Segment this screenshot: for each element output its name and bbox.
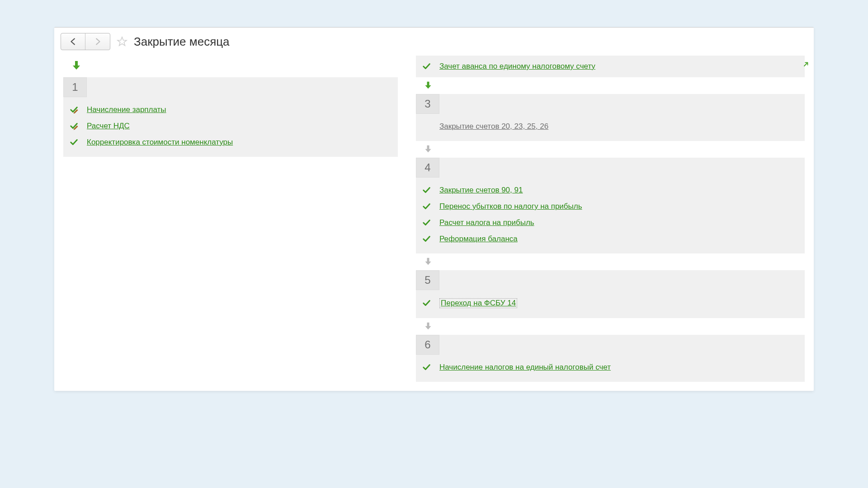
operation-row: Закрытие счетов 20, 23, 25, 26 bbox=[416, 118, 805, 135]
operation-row: Реформация баланса bbox=[416, 231, 805, 247]
stage-number: 1 bbox=[63, 77, 87, 97]
stage-number: 3 bbox=[416, 94, 439, 114]
operation-link-tax-accrual[interactable]: Начисление налогов на единый налоговый с… bbox=[439, 363, 611, 372]
operation-link-payroll[interactable]: Начисление зарплаты bbox=[87, 105, 166, 114]
stage-block-4: 4 Закрытие счетов 90, 91 Перенос убытков… bbox=[416, 158, 805, 253]
page-title: Закрытие месяца bbox=[134, 35, 230, 49]
flow-arrow-down-icon bbox=[416, 253, 805, 270]
operation-link-advance-offset[interactable]: Зачет аванса по единому налоговому счету bbox=[439, 62, 595, 71]
operation-row: Перенос убытков по налогу на прибыль bbox=[416, 198, 805, 215]
operation-row: Начисление зарплаты bbox=[63, 102, 398, 118]
operation-link-cost-adjust[interactable]: Корректировка стоимости номенклатуры bbox=[87, 138, 233, 147]
flow-arrow-down-icon bbox=[416, 141, 805, 158]
month-closing-window: Закрытие месяца 1 Начисление зарплаты bbox=[54, 27, 814, 391]
flow-arrow-down-icon bbox=[71, 60, 81, 70]
no-icon bbox=[422, 122, 431, 131]
stage-block-6: 6 Начисление налогов на единый налоговый… bbox=[416, 335, 805, 382]
operation-link-close-20-26[interactable]: Закрытие счетов 20, 23, 25, 26 bbox=[439, 122, 548, 131]
operation-row: Корректировка стоимости номенклатуры bbox=[63, 134, 398, 150]
operation-link-loss-carry[interactable]: Перенос убытков по налогу на прибыль bbox=[439, 202, 582, 211]
right-column: Зачет аванса по единому налоговому счету… bbox=[407, 56, 814, 391]
operation-link-profit-tax[interactable]: Расчет налога на прибыль bbox=[439, 218, 534, 227]
check-pencil-icon bbox=[70, 105, 79, 114]
flow-arrow-down-icon bbox=[416, 318, 805, 335]
content-area: 1 Начисление зарплаты Расчет НДС Корр bbox=[54, 56, 814, 391]
check-icon bbox=[422, 186, 431, 195]
nav-forward-button[interactable] bbox=[85, 33, 110, 50]
stage-number: 6 bbox=[416, 335, 439, 355]
stage-number: 4 bbox=[416, 158, 439, 178]
operation-row: Зачет аванса по единому налоговому счету bbox=[416, 58, 805, 75]
operation-link-fsbu14[interactable]: Переход на ФСБУ 14 bbox=[439, 298, 517, 308]
operation-row: Переход на ФСБУ 14 bbox=[416, 295, 805, 312]
stage-block-5: 5 Переход на ФСБУ 14 bbox=[416, 270, 805, 318]
stage-block-3: 3 Закрытие счетов 20, 23, 25, 26 bbox=[416, 94, 805, 141]
operation-link-balance-reform[interactable]: Реформация баланса bbox=[439, 235, 518, 244]
operation-row: Расчет налога на прибыль bbox=[416, 215, 805, 231]
left-column: 1 Начисление зарплаты Расчет НДС Корр bbox=[54, 56, 407, 391]
operation-row: Расчет НДС bbox=[63, 118, 398, 134]
flow-arrow-down-icon bbox=[416, 77, 805, 94]
titlebar: Закрытие месяца bbox=[54, 28, 814, 56]
check-icon bbox=[422, 218, 431, 227]
stage-number: 5 bbox=[416, 270, 439, 290]
nav-buttons bbox=[61, 33, 110, 50]
check-icon bbox=[422, 235, 431, 244]
operation-link-vat[interactable]: Расчет НДС bbox=[87, 122, 130, 131]
check-icon bbox=[422, 202, 431, 211]
check-icon bbox=[422, 299, 431, 308]
collapse-icon[interactable] bbox=[803, 59, 811, 67]
check-icon bbox=[422, 363, 431, 372]
operation-link-close-90-91[interactable]: Закрытие счетов 90, 91 bbox=[439, 186, 523, 195]
operation-row: Закрытие счетов 90, 91 bbox=[416, 182, 805, 198]
stage-block-top: Зачет аванса по единому налоговому счету bbox=[416, 56, 805, 77]
favorite-star-icon[interactable] bbox=[117, 36, 127, 47]
check-pencil-icon bbox=[70, 122, 79, 131]
check-icon bbox=[422, 62, 431, 71]
check-icon bbox=[70, 138, 79, 147]
nav-back-button[interactable] bbox=[61, 33, 85, 50]
stage-block-1: 1 Начисление зарплаты Расчет НДС Корр bbox=[63, 77, 398, 157]
operation-row: Начисление налогов на единый налоговый с… bbox=[416, 359, 805, 375]
